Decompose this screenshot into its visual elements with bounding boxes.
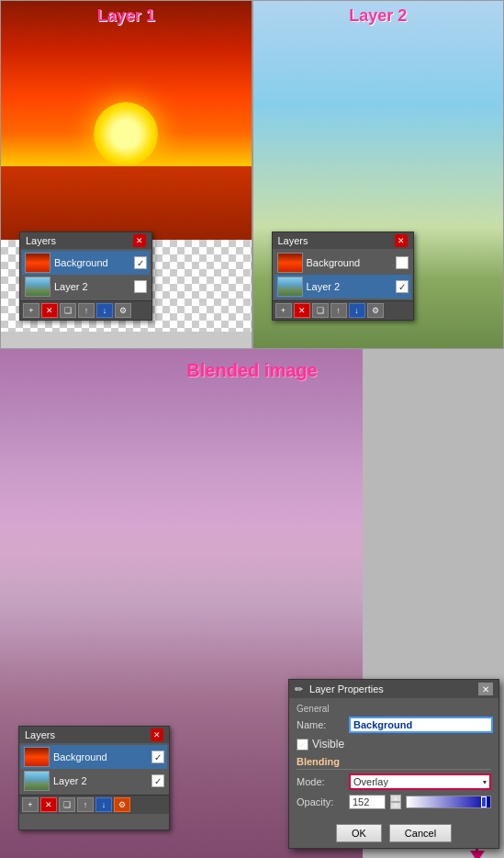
- layer2-title: Layer 2: [349, 6, 407, 26]
- layers-content-1: Background Layer 2: [20, 249, 151, 300]
- delete-layer-btn-2[interactable]: ✕: [294, 303, 310, 318]
- name-label: Name:: [297, 719, 344, 730]
- layer-row-2-2[interactable]: Layer 2: [274, 275, 411, 299]
- properties-btn-1[interactable]: ⚙: [115, 303, 131, 318]
- layers-title-bar-1: Layers ✕: [20, 232, 151, 249]
- properties-btn-2[interactable]: ⚙: [367, 303, 384, 318]
- dialog-close-btn[interactable]: ✕: [478, 683, 493, 695]
- dialog-buttons: OK Cancel: [289, 819, 498, 848]
- layers-label-bottom: Layers: [25, 729, 55, 740]
- layer-row-2-bottom[interactable]: Layer 2: [21, 769, 167, 793]
- layer-row-bg-1[interactable]: Background: [22, 251, 150, 275]
- panel-layer1: Layer 1 Layers ✕ Background Layer 2: [0, 0, 252, 349]
- visible-row: ✓ Visible: [297, 738, 491, 751]
- move-down-btn-2[interactable]: ↓: [349, 303, 365, 318]
- layer-row-bg-2[interactable]: Background: [274, 251, 411, 275]
- layer-check-bg-1[interactable]: [134, 256, 147, 269]
- duplicate-layer-btn-2[interactable]: ❑: [312, 303, 329, 318]
- layer-name-2-2: Layer 2: [307, 281, 392, 292]
- opacity-row: Opacity: ▲ ▼: [297, 795, 491, 809]
- properties-btn-bottom[interactable]: ⚙: [114, 797, 130, 812]
- layers-content-2: Background Layer 2: [273, 249, 413, 300]
- layer-check-2-2[interactable]: [396, 280, 409, 293]
- delete-layer-btn-bottom[interactable]: ✕: [40, 797, 57, 812]
- move-down-btn-1[interactable]: ↓: [96, 303, 113, 318]
- layer-properties-dialog: ✏ Layer Properties ✕ General Name: ✓ Vis…: [288, 679, 499, 849]
- duplicate-layer-btn-1[interactable]: ❑: [60, 303, 76, 318]
- dialog-title-bar: ✏ Layer Properties ✕: [289, 680, 498, 698]
- layer1-title: Layer 1: [97, 6, 155, 26]
- opacity-spinner: ▲ ▼: [390, 795, 401, 809]
- add-layer-btn-1[interactable]: +: [23, 303, 39, 318]
- spin-down-btn[interactable]: ▼: [390, 802, 401, 809]
- layers-panel-bottom: Layers ✕ Background Layer 2 + ✕ ❑ ↑ ↓ ⚙: [18, 726, 170, 830]
- name-input[interactable]: [349, 717, 493, 733]
- layers-title-bar-2: Layers ✕: [273, 232, 413, 249]
- ok-button[interactable]: OK: [336, 824, 382, 842]
- layer-name-2-bottom: Layer 2: [53, 775, 148, 786]
- general-section-label: General: [297, 704, 491, 714]
- mode-select-wrapper[interactable]: Overlay Normal Multiply Screen Soft Ligh…: [349, 773, 491, 790]
- layers-toolbar-2: + ✕ ❑ ↑ ↓ ⚙: [273, 300, 413, 320]
- dialog-title-text: Layer Properties: [309, 683, 384, 694]
- layer-thumb-2-bottom: [24, 771, 50, 791]
- layer-check-2-bottom[interactable]: [151, 774, 164, 787]
- mode-select[interactable]: Overlay Normal Multiply Screen Soft Ligh…: [351, 775, 489, 788]
- top-section: Layer 1 Layers ✕ Background Layer 2: [0, 0, 504, 349]
- layer-thumb-bg-2: [277, 253, 303, 273]
- layer-check-bg-2[interactable]: [396, 256, 409, 269]
- bottom-section: Blended image Layers ✕ Background Layer …: [0, 349, 504, 858]
- layers-title-bar-bottom: Layers ✕: [19, 727, 169, 743]
- visible-label: Visible: [312, 738, 344, 751]
- move-down-btn-bottom[interactable]: ↓: [95, 797, 112, 812]
- layers-toolbar-1: + ✕ ❑ ↑ ↓ ⚙: [20, 300, 151, 320]
- pencil-icon: ✏: [295, 683, 303, 694]
- move-up-btn-1[interactable]: ↑: [78, 303, 95, 318]
- layers-close-btn-2[interactable]: ✕: [395, 234, 408, 247]
- layers-label-2: Layers: [278, 235, 308, 246]
- layer-name-bg-1: Background: [54, 257, 130, 268]
- panel-layer2: Layer 2 Layers ✕ Background Layer 2: [252, 0, 505, 349]
- sunset-sun: [94, 102, 158, 166]
- layers-close-btn-bottom[interactable]: ✕: [151, 728, 163, 741]
- layer-thumb-bg-1: [25, 253, 50, 273]
- cancel-button[interactable]: Cancel: [389, 824, 452, 842]
- move-up-btn-2[interactable]: ↑: [330, 303, 347, 318]
- layer-row-2-1[interactable]: Layer 2: [22, 275, 150, 299]
- slider-thumb: [481, 796, 487, 807]
- spin-up-btn[interactable]: ▲: [390, 795, 401, 802]
- layers-close-btn-1[interactable]: ✕: [133, 234, 146, 247]
- layer-check-2-1[interactable]: [134, 280, 147, 293]
- layer-thumb-2-2: [277, 277, 303, 297]
- opacity-slider[interactable]: [406, 796, 491, 808]
- opacity-label: Opacity:: [297, 796, 344, 807]
- visible-checkbox[interactable]: ✓: [297, 739, 308, 751]
- delete-layer-btn-1[interactable]: ✕: [41, 303, 58, 318]
- sunset-horizon: [1, 166, 252, 240]
- duplicate-layer-btn-bottom[interactable]: ❑: [59, 797, 75, 812]
- opacity-input[interactable]: [349, 795, 386, 809]
- layer-thumb-bg-bottom: [24, 747, 50, 767]
- layer-row-bg-bottom[interactable]: Background: [21, 745, 167, 769]
- layer-check-bg-bottom[interactable]: [151, 751, 164, 763]
- mode-row: Mode: Overlay Normal Multiply Screen Sof…: [297, 773, 491, 790]
- move-up-btn-bottom[interactable]: ↑: [77, 797, 94, 812]
- layers-toolbar-bottom: + ✕ ❑ ↑ ↓ ⚙: [19, 795, 169, 814]
- blending-section-label: Blending: [297, 756, 491, 770]
- name-row: Name:: [297, 717, 491, 733]
- dialog-title-content: ✏ Layer Properties: [295, 683, 384, 695]
- mode-label: Mode:: [297, 776, 344, 787]
- layers-panel-1: Layers ✕ Background Layer 2 + ✕ ❑: [19, 231, 152, 321]
- sunset-background: [1, 1, 252, 240]
- dialog-body: General Name: ✓ Visible Blending Mode: O…: [289, 698, 498, 819]
- layer-thumb-2-1: [25, 277, 50, 297]
- layer-name-bg-2: Background: [307, 257, 392, 268]
- layers-panel-2: Layers ✕ Background Layer 2 + ✕ ❑: [272, 231, 414, 321]
- layer-name-bg-bottom: Background: [53, 751, 148, 762]
- layer-name-2-1: Layer 2: [54, 281, 130, 292]
- add-layer-btn-2[interactable]: +: [275, 303, 292, 318]
- layers-label-1: Layers: [26, 235, 56, 246]
- layers-content-bottom: Background Layer 2: [19, 743, 169, 795]
- blended-title: Blended image: [186, 360, 317, 381]
- add-layer-btn-bottom[interactable]: +: [22, 797, 39, 812]
